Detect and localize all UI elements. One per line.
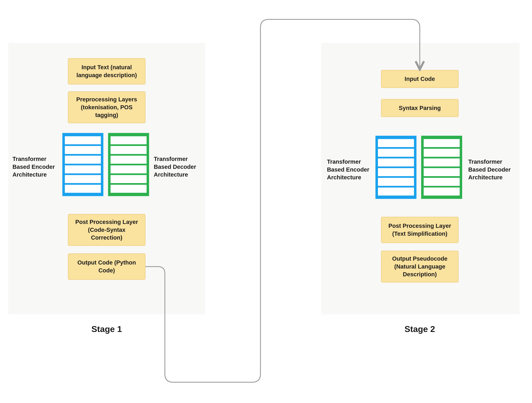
stack-row bbox=[111, 175, 146, 183]
stage1-decoder-label: Transformer Based Decoder Architecture bbox=[154, 155, 204, 179]
stage2-output-label: Output Pseudocode (Natural Language Desc… bbox=[385, 255, 455, 278]
stack-row bbox=[111, 156, 146, 164]
stage2-output-box: Output Pseudocode (Natural Language Desc… bbox=[381, 251, 459, 283]
stage2-post-box: Post Processing Layer (Text Simplificati… bbox=[381, 217, 459, 243]
stack-row bbox=[378, 139, 414, 147]
stage1-post-label: Post Processing Layer (Code-Syntax Corre… bbox=[72, 218, 142, 242]
stack-row bbox=[65, 146, 101, 154]
stage2-decoder-stack bbox=[421, 136, 462, 199]
stage2-parse-label: Syntax Parsing bbox=[399, 104, 441, 112]
stack-row bbox=[424, 178, 460, 186]
stack-row bbox=[65, 185, 101, 193]
stack-row bbox=[65, 165, 101, 173]
stage2-parse-box: Syntax Parsing bbox=[381, 99, 459, 117]
stack-row bbox=[378, 168, 414, 176]
stack-row bbox=[424, 139, 460, 147]
stack-row bbox=[424, 188, 460, 195]
stage2-post-label: Post Processing Layer (Text Simplificati… bbox=[385, 222, 455, 238]
stack-row bbox=[378, 149, 414, 157]
stage1-encoder-label: Transformer Based Encoder Architecture bbox=[13, 155, 62, 179]
stage1-preprocess-label: Preprocessing Layers (tokenisation, POS … bbox=[72, 95, 142, 119]
stage1-title: Stage 1 bbox=[79, 324, 134, 334]
stack-row bbox=[65, 156, 101, 164]
stack-row bbox=[378, 188, 414, 195]
stage1-preprocess-box: Preprocessing Layers (tokenisation, POS … bbox=[68, 91, 146, 123]
stage1-encoder-stack bbox=[62, 133, 103, 196]
stack-row bbox=[378, 158, 414, 166]
stage1-input-box: Input Text (natural language description… bbox=[68, 58, 146, 84]
diagram-canvas: Input Text (natural language description… bbox=[0, 0, 532, 403]
stack-row bbox=[111, 136, 146, 144]
stage2-title: Stage 2 bbox=[392, 324, 448, 334]
stage1-input-label: Input Text (natural language description… bbox=[72, 63, 142, 79]
stack-row bbox=[111, 146, 146, 154]
stage2-input-box: Input Code bbox=[381, 70, 459, 88]
stage1-post-box: Post Processing Layer (Code-Syntax Corre… bbox=[68, 214, 146, 246]
stage1-decoder-stack bbox=[108, 133, 149, 196]
stack-row bbox=[111, 185, 146, 193]
stage2-input-label: Input Code bbox=[405, 75, 435, 83]
stage2-encoder-label: Transformer Based Encoder Architecture bbox=[327, 158, 377, 181]
stack-row bbox=[424, 149, 460, 157]
stack-row bbox=[65, 175, 101, 183]
stack-row bbox=[424, 158, 460, 166]
stack-row bbox=[111, 165, 146, 173]
stage2-decoder-label: Transformer Based Decoder Architecture bbox=[468, 158, 518, 181]
stack-row bbox=[424, 168, 460, 176]
stage1-output-box: Output Code (Python Code) bbox=[68, 253, 146, 280]
stack-row bbox=[65, 136, 101, 144]
stage2-encoder-stack bbox=[375, 136, 417, 199]
stage1-output-label: Output Code (Python Code) bbox=[72, 259, 142, 274]
stack-row bbox=[378, 178, 414, 186]
